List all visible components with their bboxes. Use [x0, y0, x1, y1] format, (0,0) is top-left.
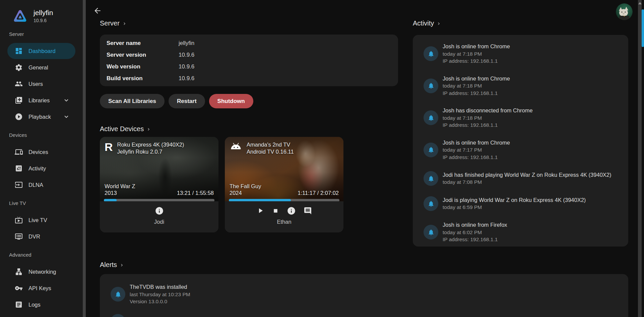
stop-button[interactable] — [272, 207, 279, 214]
user-avatar[interactable] — [616, 3, 633, 20]
info-icon — [155, 206, 164, 215]
roku-icon: R — [105, 141, 113, 153]
info-button[interactable] — [287, 206, 296, 215]
section-label: Live TV — [0, 200, 83, 207]
sidebar-item-users[interactable]: Users — [7, 76, 75, 92]
device-card-footer: Jodi — [100, 201, 218, 232]
media-title: World War Z — [105, 183, 135, 190]
back-button[interactable] — [92, 6, 103, 16]
devices-icon — [15, 148, 23, 156]
sidebar-item-libraries[interactable]: Libraries — [7, 92, 75, 108]
page-scrollbar[interactable] — [638, 0, 644, 317]
play-button[interactable] — [256, 207, 264, 215]
sidebar-item-dvr[interactable]: DVR — [7, 228, 75, 245]
sidebar-item-label: Playback — [28, 114, 51, 120]
activity-time: today at 7:18 PM — [443, 50, 510, 58]
device-card-footer: Ethan — [225, 201, 343, 232]
sidebar-item-logs[interactable]: Logs — [7, 297, 75, 313]
document-icon — [15, 301, 23, 309]
scrollbar-thumb[interactable] — [642, 9, 644, 47]
activity-entry: Josh is online from Chrome today at 7:18… — [424, 43, 619, 65]
jellyfin-dashboard: jellyfin 10.9.6 Server Dashboard General… — [0, 0, 644, 317]
device-info: Roku Express 4K (3940X2) Jellyfin Roku 2… — [117, 141, 184, 155]
client-version: Jellyfin Roku 2.0.7 — [117, 148, 184, 155]
cat-avatar-image — [616, 3, 633, 20]
sidebar-item-label: Libraries — [28, 97, 50, 104]
activity-time: today at 6:02 PM — [443, 229, 507, 236]
sidebar-section-livetv: Live TV Live TV DVR — [0, 200, 83, 245]
input-icon — [15, 181, 23, 189]
alerts-heading[interactable]: Alerts — [100, 260, 628, 270]
play-icon — [256, 207, 264, 215]
device-card-header: Amanda's 2nd TV Android TV 0.16.11 — [225, 137, 343, 155]
device-card-roku[interactable]: R Roku Express 4K (3940X2) Jellyfin Roku… — [100, 137, 218, 232]
info-icon — [287, 206, 296, 215]
play-circle-icon — [15, 113, 23, 121]
message-button[interactable] — [304, 207, 312, 215]
sidebar-item-dashboard[interactable]: Dashboard — [7, 43, 75, 59]
device-card-android[interactable]: Amanda's 2nd TV Android TV 0.16.11 The F… — [225, 137, 343, 232]
sidebar-item-networking[interactable]: Networking — [7, 264, 75, 280]
sidebar-section-advanced: Advanced Networking API Keys Logs — [0, 252, 83, 313]
activity-title: Jodi is playing World War Z on Roku Expr… — [443, 197, 586, 204]
session-controls — [155, 206, 164, 216]
alerts-section: Alerts TheTVDB was installed last Thursd… — [100, 260, 628, 317]
media-year: 2013 — [105, 190, 135, 196]
server-column: Server Server name jellyfin Server versi… — [100, 18, 398, 232]
info-value: 10.9.6 — [179, 75, 194, 82]
sidebar-item-devices[interactable]: Devices — [7, 144, 75, 160]
world-war-z-backdrop: R Roku Express 4K (3940X2) Jellyfin Roku… — [100, 137, 218, 201]
alert-title: TheTVDB was installed — [130, 283, 190, 291]
server-actions: Scan All Libraries Restart Shutdown — [100, 94, 398, 108]
sidebar-item-general[interactable]: General — [7, 59, 75, 75]
sidebar-item-dlna[interactable]: DLNA — [7, 177, 75, 193]
scrollbar-track[interactable] — [638, 0, 642, 317]
activity-entry-text: Jodi has finished playing World War Z on… — [443, 171, 611, 186]
activity-heading[interactable]: Activity — [413, 18, 628, 29]
sidebar-item-live-tv[interactable]: Live TV — [7, 212, 75, 228]
scan-all-libraries-button[interactable]: Scan All Libraries — [100, 94, 165, 108]
users-icon — [15, 80, 23, 88]
shutdown-button[interactable]: Shutdown — [209, 94, 253, 108]
sidebar-item-label: General — [28, 64, 48, 71]
sidebar-scrollbar[interactable] — [83, 0, 86, 317]
alert-entry: AniDB was installed — [111, 314, 619, 317]
web-version-row: Web version 10.9.6 — [107, 61, 390, 72]
chevron-down-icon[interactable] — [63, 113, 70, 120]
sidebar-item-playback[interactable]: Playback — [7, 109, 75, 125]
app-name: jellyfin — [34, 8, 53, 17]
activity-entry-text: Josh is online from Chrome today at 7:18… — [443, 75, 510, 97]
live-tv-icon — [15, 216, 23, 224]
gear-icon — [15, 63, 23, 71]
activity-ip: IP address: 192.168.1.1 — [443, 90, 510, 97]
active-devices-heading[interactable]: Active Devices — [100, 124, 398, 134]
active-devices-row: R Roku Express 4K (3940X2) Jellyfin Roku… — [100, 137, 398, 232]
info-button[interactable] — [155, 206, 164, 215]
server-section-heading[interactable]: Server — [100, 18, 398, 29]
alert-time: last Thursday at 10:23 PM — [130, 291, 190, 298]
app-version: 10.9.6 — [34, 18, 53, 23]
restart-button[interactable]: Restart — [169, 94, 205, 108]
chevron-right-icon — [122, 21, 127, 26]
sidebar-item-activity[interactable]: Activity — [7, 160, 75, 176]
message-icon — [304, 207, 312, 215]
activity-time: today at 7:17 PM — [443, 146, 510, 154]
sidebar-item-label: Networking — [28, 269, 56, 275]
build-version-row: Build version 10.9.6 — [107, 72, 390, 84]
info-label: Server version — [107, 52, 179, 58]
jellyfin-logo-icon — [12, 8, 28, 24]
server-version-row: Server version 10.9.6 — [107, 49, 390, 61]
activity-time: today at 6:59 PM — [443, 204, 586, 211]
activity-ip: IP address: 192.168.1.1 — [443, 154, 510, 161]
info-value: 10.9.6 — [179, 63, 194, 70]
android-icon — [230, 143, 242, 151]
bell-icon — [111, 314, 125, 317]
chevron-down-icon[interactable] — [63, 97, 70, 104]
activity-heading-label: Activity — [413, 18, 434, 29]
server-heading-label: Server — [100, 18, 120, 29]
sidebar-item-api-keys[interactable]: API Keys — [7, 280, 75, 296]
activity-entry: Josh is online from Chrome today at 7:18… — [424, 75, 619, 97]
activity-entry: Josh is online from Chrome today at 7:17… — [424, 139, 619, 161]
bell-icon — [424, 196, 438, 211]
scroll-up-icon[interactable] — [638, 2, 642, 4]
